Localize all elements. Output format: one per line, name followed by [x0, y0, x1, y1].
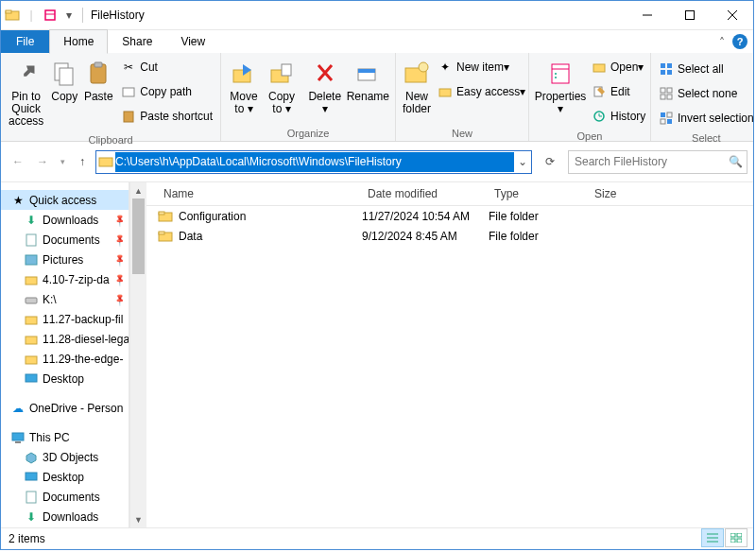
svg-rect-35	[661, 95, 665, 99]
history-button[interactable]: History	[588, 104, 649, 129]
select-all-button[interactable]: Select all	[655, 57, 756, 81]
svg-rect-11	[94, 62, 102, 67]
item-count: 2 items	[9, 532, 45, 545]
properties-button[interactable]: Properties▾	[533, 55, 588, 119]
svg-rect-48	[26, 356, 37, 364]
nav-pictures[interactable]: Pictures	[1, 250, 129, 269]
col-type[interactable]: Type	[489, 187, 589, 200]
scroll-down-icon[interactable]: ▼	[130, 511, 146, 527]
collapse-ribbon-icon[interactable]: ˄	[719, 36, 725, 49]
downloads-icon: ⬇	[24, 509, 39, 525]
ribbon: Pin to Quickaccess Copy Paste ✂Cut Copy …	[1, 53, 753, 142]
rename-button[interactable]: Rename	[345, 55, 391, 107]
list-item[interactable]: Data 9/12/2024 8:45 AM File folder	[146, 226, 753, 246]
back-button[interactable]: ←	[7, 150, 29, 173]
copy-button[interactable]: Copy	[47, 55, 81, 107]
invert-selection-button[interactable]: Invert selection	[655, 106, 756, 130]
nav-pc-documents[interactable]: Documents	[1, 487, 129, 507]
svg-rect-63	[737, 533, 742, 537]
address-input[interactable]	[115, 152, 514, 172]
close-button[interactable]	[711, 2, 753, 29]
navigation-pane[interactable]: ★Quick access ⬇Downloads Documents Pictu…	[1, 182, 129, 527]
paste-icon	[83, 59, 113, 89]
nav-desktop[interactable]: Desktop	[1, 369, 129, 388]
svg-rect-30	[667, 63, 672, 68]
titlebar: | ▾ FileHistory	[1, 1, 753, 30]
svg-rect-62	[730, 533, 735, 537]
nav-downloads[interactable]: ⬇Downloads	[1, 210, 129, 230]
address-dropdown-icon[interactable]: ⌄	[514, 155, 531, 168]
new-item-button[interactable]: ✦New item ▾	[434, 55, 529, 79]
navigation-bar: ← → ▾ ↑ ⌄ ⟳ 🔍	[1, 142, 753, 181]
copy-path-button[interactable]: Copy path	[117, 79, 216, 104]
open-button[interactable]: Open ▾	[588, 55, 649, 79]
col-date[interactable]: Date modified	[362, 187, 489, 200]
tab-file[interactable]: File	[1, 30, 49, 53]
svg-rect-43	[26, 255, 37, 265]
select-none-button[interactable]: Select none	[655, 81, 756, 106]
cut-button[interactable]: ✂Cut	[117, 55, 216, 79]
help-icon[interactable]: ?	[732, 34, 747, 49]
view-details-button[interactable]	[701, 528, 724, 547]
nav-onedrive[interactable]: ☁OneDrive - Person	[1, 398, 129, 418]
paste-shortcut-icon	[121, 109, 136, 124]
search-input[interactable]	[573, 154, 729, 169]
svg-rect-36	[667, 95, 672, 99]
scroll-thumb[interactable]	[132, 198, 145, 274]
paste-shortcut-button[interactable]: Paste shortcut	[117, 104, 216, 129]
nav-folder-edge[interactable]: 11.29-the-edge-	[1, 349, 129, 369]
tab-home[interactable]: Home	[49, 29, 108, 54]
file-list[interactable]: Name Date modified Type Size Configurati…	[146, 182, 753, 527]
nav-scrollbar[interactable]: ▲ ▼	[129, 182, 146, 527]
svg-rect-34	[667, 88, 672, 93]
new-folder-button[interactable]: Newfolder	[400, 55, 434, 119]
pictures-icon	[24, 252, 39, 267]
scissors-icon: ✂	[121, 60, 136, 75]
svg-rect-18	[358, 69, 375, 73]
view-thumbnails-button[interactable]	[725, 528, 747, 547]
edit-icon	[592, 84, 607, 99]
edit-button[interactable]: Edit	[588, 79, 649, 104]
nav-pc-downloads[interactable]: ⬇Downloads	[1, 507, 129, 526]
col-size[interactable]: Size	[589, 187, 651, 200]
minimize-button[interactable]	[626, 2, 668, 29]
qat-dropdown-icon[interactable]: ▾	[61, 8, 77, 23]
refresh-button[interactable]: ⟳	[538, 149, 562, 174]
nav-documents[interactable]: Documents	[1, 230, 129, 250]
scroll-up-icon[interactable]: ▲	[130, 182, 146, 198]
svg-rect-52	[26, 473, 37, 480]
up-button[interactable]: ↑	[71, 150, 94, 173]
nav-3d-objects[interactable]: 3D Objects	[1, 447, 129, 467]
nav-drive-k[interactable]: K:\	[1, 289, 129, 309]
nav-folder-7zip[interactable]: 4.10-7-zip-da	[1, 269, 129, 289]
search-box[interactable]: 🔍	[568, 150, 747, 174]
folder-icon	[24, 332, 39, 347]
move-to-button[interactable]: Moveto ▾	[225, 55, 263, 119]
col-name[interactable]: Name	[158, 187, 362, 200]
nav-folder-diesel[interactable]: 11.28-diesel-lega	[1, 329, 129, 349]
tab-share[interactable]: Share	[108, 29, 166, 54]
maximize-button[interactable]	[668, 2, 711, 29]
properties-qat-icon[interactable]	[43, 8, 58, 23]
tab-view[interactable]: View	[166, 29, 219, 54]
nav-pc-desktop[interactable]: Desktop	[1, 467, 129, 487]
recent-locations-button[interactable]: ▾	[56, 150, 69, 173]
file-date: 9/12/2024 8:45 AM	[356, 230, 483, 243]
folder-icon	[158, 209, 173, 224]
forward-button[interactable]: →	[31, 150, 54, 173]
copy-to-button[interactable]: Copyto ▾	[263, 55, 301, 119]
new-folder-icon	[402, 59, 432, 89]
desktop-icon	[24, 371, 39, 387]
desktop-icon	[24, 470, 39, 485]
nav-quick-access[interactable]: ★Quick access	[1, 190, 129, 210]
delete-button[interactable]: Delete ▾	[305, 55, 345, 119]
list-item[interactable]: Configuration 11/27/2024 10:54 AM File f…	[146, 206, 753, 226]
content-area: ★Quick access ⬇Downloads Documents Pictu…	[1, 181, 753, 527]
paste-button[interactable]: Paste	[81, 55, 115, 107]
pin-to-quick-access-button[interactable]: Pin to Quickaccess	[5, 55, 47, 132]
svg-rect-2	[45, 10, 55, 20]
nav-this-pc[interactable]: This PC	[1, 427, 129, 447]
nav-folder-backup[interactable]: 11.27-backup-fil	[1, 309, 129, 329]
address-bar[interactable]: ⌄	[95, 150, 532, 174]
easy-access-button[interactable]: Easy access ▾	[434, 79, 529, 104]
